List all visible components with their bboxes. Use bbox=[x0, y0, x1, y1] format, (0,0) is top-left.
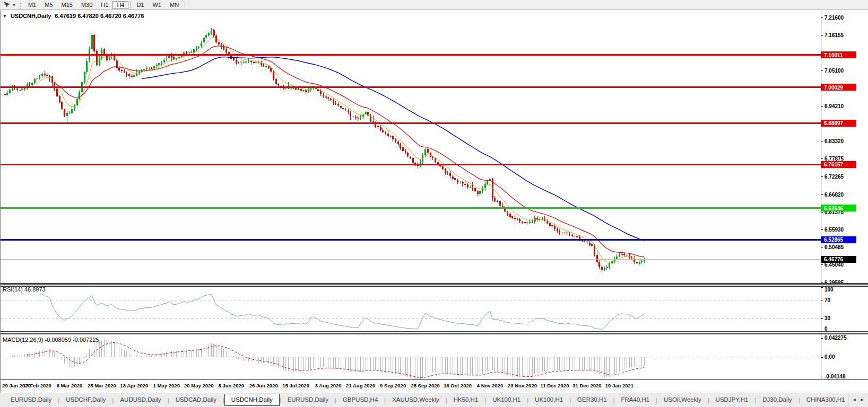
chart-tab-xauusd-weekly[interactable]: XAUUSD,Weekly bbox=[386, 394, 446, 406]
svg-text:6.45040: 6.45040 bbox=[824, 262, 844, 268]
svg-text:0: 0 bbox=[824, 326, 828, 331]
date-axis-label: 20 May 2020 bbox=[184, 383, 213, 388]
date-axis-label: 1 May 2020 bbox=[153, 383, 180, 388]
date-axis-label: 21 Aug 2020 bbox=[346, 383, 375, 388]
chart-tab-usdchf-daily[interactable]: USDCHF,Daily bbox=[59, 394, 112, 406]
timeframe-button-h1[interactable]: H1 bbox=[97, 1, 112, 9]
timeframe-button-d1[interactable]: D1 bbox=[132, 1, 148, 9]
tabs-scroll-right-icon[interactable]: ► bbox=[860, 397, 864, 402]
timeframe-toolbar: ▼ M1M5M15M30H1H4D1W1MN bbox=[0, 0, 868, 10]
chart-tab-usoil-weekly[interactable]: USOil,Weekly bbox=[657, 394, 708, 406]
svg-text:6.55930: 6.55930 bbox=[824, 227, 844, 233]
svg-text:6.50485: 6.50485 bbox=[824, 244, 844, 250]
chart-ohlc-values: 6.47619 6.47820 6.46720 6.46776 bbox=[55, 13, 144, 19]
toolbar-divider bbox=[185, 1, 185, 8]
chart-tab-uk100-h1[interactable]: UK100,H1 bbox=[486, 394, 527, 406]
svg-text:6.77875: 6.77875 bbox=[824, 156, 844, 162]
date-axis-label: 3 Aug 2020 bbox=[315, 383, 342, 388]
macd-panel[interactable]: 0.0422750.00-0.04148 bbox=[1, 334, 868, 379]
chart-tab-uk100-h1[interactable]: UK100,H1 bbox=[528, 394, 569, 406]
toolbar-grip[interactable] bbox=[20, 2, 21, 8]
date-axis-label: 15 Jul 2020 bbox=[282, 383, 309, 388]
cursor-icon bbox=[3, 1, 11, 8]
timeframe-buttons: M1M5M15M30H1H4D1W1MN bbox=[24, 1, 187, 9]
chart-tab-china300-h1[interactable]: CHINA300,H1 bbox=[800, 394, 848, 406]
chart-tab-gbpusd-h4[interactable]: GBPUSD,H4 bbox=[336, 394, 384, 406]
date-axis-label: 9 Sep 2020 bbox=[380, 383, 406, 388]
chart-tab-usdcad-daily[interactable]: USDCAD,Daily bbox=[169, 394, 223, 406]
svg-text:-0.04148: -0.04148 bbox=[824, 374, 846, 379]
timeframe-button-m15[interactable]: M15 bbox=[57, 1, 77, 9]
svg-text:7.21600: 7.21600 bbox=[824, 15, 844, 21]
tabs-scroll-left-icon[interactable]: ◄ bbox=[852, 397, 856, 402]
svg-text:6.72265: 6.72265 bbox=[824, 174, 844, 180]
svg-text:7.10011: 7.10011 bbox=[824, 52, 843, 58]
panel-separator[interactable] bbox=[1, 283, 868, 287]
crosshair-tool-button[interactable]: ▼ bbox=[0, 1, 19, 8]
svg-text:6.39595: 6.39595 bbox=[824, 280, 844, 284]
date-axis-label: 8 Jun 2020 bbox=[218, 383, 244, 388]
date-axis-label: 17 Feb 2020 bbox=[23, 383, 51, 388]
date-axis-label: 25 Mar 2020 bbox=[88, 383, 116, 388]
candlesticks bbox=[4, 28, 645, 272]
timeframe-button-h4[interactable]: H4 bbox=[112, 1, 128, 9]
chevron-down-icon: ▼ bbox=[12, 3, 16, 7]
svg-text:6.76157: 6.76157 bbox=[824, 162, 844, 167]
date-axis-label: 6 Mar 2020 bbox=[57, 383, 83, 388]
chart-tab-eurusd-daily[interactable]: EURUSD,Daily bbox=[4, 394, 58, 406]
chart-tab-hk50-h1[interactable]: HK50,H1 bbox=[447, 394, 485, 406]
chart-title-line: ▼ USDCNH,Daily 6.47619 6.47820 6.46720 6… bbox=[3, 13, 144, 19]
svg-text:7.05100: 7.05100 bbox=[824, 68, 844, 74]
svg-text:30: 30 bbox=[824, 315, 831, 321]
svg-text:6.88897: 6.88897 bbox=[824, 120, 844, 126]
date-axis-label: 13 Apr 2020 bbox=[120, 383, 148, 388]
date-axis-label: 16 Oct 2020 bbox=[444, 383, 472, 388]
svg-text:6.52865: 6.52865 bbox=[824, 237, 844, 243]
svg-text:0.042275: 0.042275 bbox=[824, 335, 847, 341]
chart-tab-bar: EURUSD,Daily|USDCHF,Daily|AUDUSD,Daily|U… bbox=[0, 392, 868, 407]
toolbar-divider bbox=[130, 1, 131, 8]
macd-indicator-label: MACD(12,26,9) -0.008059 -0.007225 bbox=[3, 337, 99, 343]
macd-histogram bbox=[10, 339, 644, 379]
chart-symbol-title: USDCNH,Daily bbox=[11, 13, 51, 19]
chart-tabs: EURUSD,Daily|USDCHF,Daily|AUDUSD,Daily|U… bbox=[0, 393, 848, 407]
svg-text:6.94210: 6.94210 bbox=[824, 103, 844, 109]
chart-tab-ger30-h1[interactable]: GER30,H1 bbox=[571, 394, 613, 406]
chart-window: ▼ USDCNH,Daily 6.47619 6.47820 6.46720 6… bbox=[0, 10, 868, 392]
date-axis-label: 23 Nov 2020 bbox=[508, 383, 537, 388]
date-axis-label: 11 Dec 2020 bbox=[541, 383, 569, 388]
date-axis-label: 26 Jun 2020 bbox=[249, 383, 278, 388]
svg-text:100: 100 bbox=[824, 287, 834, 293]
svg-text:6.83320: 6.83320 bbox=[824, 138, 844, 144]
rsi-panel[interactable]: 10070300 bbox=[1, 287, 868, 331]
main-price-chart[interactable]: 7.216007.161557.051006.942106.833206.778… bbox=[1, 10, 868, 283]
chart-tab-audusd-daily[interactable]: AUDUSD,Daily bbox=[114, 394, 167, 406]
svg-text:6.62646: 6.62646 bbox=[824, 206, 844, 211]
timeframe-button-m1[interactable]: M1 bbox=[24, 1, 40, 9]
tab-scroll-arrows: ◄ ► bbox=[848, 393, 868, 407]
svg-text:6.66820: 6.66820 bbox=[824, 192, 844, 198]
chart-tab-eurusd-daily[interactable]: EURUSD,Daily bbox=[281, 394, 335, 406]
svg-text:70: 70 bbox=[824, 297, 831, 303]
date-axis-label: 31 Dec 2020 bbox=[572, 383, 601, 388]
svg-text:0.00: 0.00 bbox=[824, 354, 835, 360]
svg-text:7.16155: 7.16155 bbox=[824, 32, 844, 38]
timeframe-button-w1[interactable]: W1 bbox=[149, 1, 166, 9]
chart-tab-dj30-daily[interactable]: DJ30,Daily bbox=[756, 394, 798, 406]
chart-tab-usdcnh-daily[interactable]: USDCNH,Daily bbox=[224, 394, 280, 406]
chart-tab-usdjpy-h1[interactable]: USDJPY,H1 bbox=[709, 394, 755, 406]
timeframe-button-m5[interactable]: M5 bbox=[40, 1, 57, 9]
svg-text:6.46776: 6.46776 bbox=[824, 256, 844, 262]
date-axis-label: 19 Jan 2021 bbox=[605, 383, 633, 388]
date-axis-label: 4 Nov 2020 bbox=[477, 383, 504, 388]
svg-text:7.00029: 7.00029 bbox=[824, 85, 844, 91]
timeframe-button-m30[interactable]: M30 bbox=[77, 1, 97, 9]
date-axis-label: 28 Sep 2020 bbox=[411, 383, 439, 388]
date-axis: 29 Jan 202017 Feb 20206 Mar 202025 Mar 2… bbox=[1, 379, 868, 393]
collapse-arrow-icon[interactable]: ▼ bbox=[3, 14, 7, 19]
rsi-indicator-label: RSI(14) 46.8973 bbox=[3, 286, 46, 293]
timeframe-button-mn[interactable]: MN bbox=[166, 1, 183, 9]
chart-tab-fra40-h1[interactable]: FRA40,H1 bbox=[614, 394, 656, 406]
